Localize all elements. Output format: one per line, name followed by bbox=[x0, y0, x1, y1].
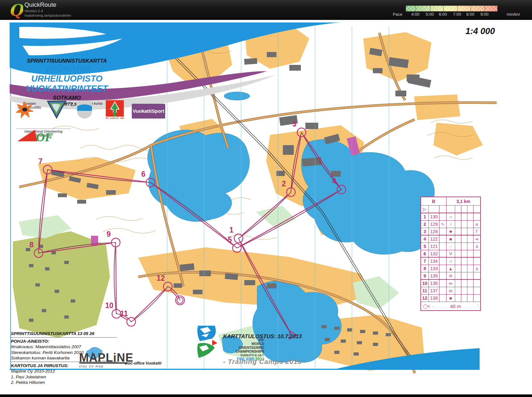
control-number: 5 bbox=[228, 235, 232, 244]
pace-tick-label: 4:00 bbox=[411, 12, 419, 17]
cd-n-cell: 12 bbox=[421, 295, 429, 302]
credits-l8: 1. Pasi Jokelainen bbox=[11, 374, 117, 380]
finish-distance: 40 m bbox=[435, 304, 475, 309]
cd-c-cell bbox=[439, 235, 446, 243]
map-kicker: SPRINTTISUUNNISTUSKARTTA bbox=[12, 58, 122, 64]
map-scale-badge: 1:4 000 bbox=[465, 26, 495, 36]
cd-cell bbox=[455, 206, 461, 213]
cd-g-cell bbox=[467, 213, 473, 221]
woc-l2: WORLD bbox=[216, 342, 264, 346]
control-number: 7 bbox=[39, 157, 43, 165]
jymy-badge-icon bbox=[46, 100, 67, 119]
cd-h-cell bbox=[473, 250, 480, 258]
cd-n-cell: 5 bbox=[421, 243, 429, 250]
cd-n-cell: 8 bbox=[421, 265, 429, 272]
cd-cell bbox=[446, 206, 455, 213]
cd-f-cell bbox=[461, 265, 467, 272]
cd-code-cell: 128 bbox=[429, 228, 439, 235]
control-number: 8 bbox=[30, 241, 34, 249]
cd-control-row: 4122■⋖ bbox=[421, 235, 480, 243]
pace-bar-checker bbox=[406, 6, 497, 11]
cd-c-cell bbox=[439, 265, 446, 272]
cd-g-cell bbox=[467, 250, 473, 258]
cd-control-row: 3128■Г bbox=[421, 228, 480, 235]
cd-cell bbox=[467, 206, 473, 213]
pace-legend-label: Pace bbox=[393, 12, 402, 17]
svg-text:RASTI · KAINUUN · VIIKKO: RASTI · KAINUUN · VIIKKO bbox=[105, 117, 124, 119]
cd-control-row: 6132V bbox=[421, 250, 480, 258]
cd-g-cell bbox=[467, 280, 473, 287]
cd-c-cell bbox=[439, 250, 446, 258]
cd-f-cell bbox=[461, 235, 467, 243]
control-number: 10 bbox=[105, 301, 113, 310]
bottom-frame-bar bbox=[0, 394, 532, 397]
cd-h-cell: ỏ bbox=[473, 243, 480, 250]
cd-f-cell bbox=[461, 272, 467, 280]
cd-c-cell bbox=[439, 213, 446, 221]
cd-n-cell: 4 bbox=[421, 235, 429, 243]
cd-c-cell bbox=[439, 287, 446, 295]
woc-l3: ORIENTEERING bbox=[216, 346, 264, 349]
cd-e-cell bbox=[455, 287, 461, 295]
cd-d-cell: V bbox=[446, 250, 455, 258]
cd-n-cell: 3 bbox=[421, 228, 429, 235]
pace-tick-label: 7:00 bbox=[453, 12, 461, 17]
pace-tick-label: 6:00 bbox=[439, 12, 447, 17]
cd-finish-row: ◯< · 40 m ' bbox=[421, 302, 480, 310]
app-title: QuickRoute bbox=[24, 1, 56, 8]
cd-h-cell: ȯ bbox=[473, 265, 480, 272]
control-number: 2 bbox=[282, 180, 286, 188]
website-label: www.woc2013.fi bbox=[379, 371, 441, 381]
cd-cell bbox=[429, 206, 439, 213]
cd-g-cell bbox=[467, 221, 473, 228]
cd-code-cell: 130 bbox=[429, 213, 439, 221]
cd-c-cell bbox=[439, 228, 446, 235]
cd-d-cell: ⊖ bbox=[446, 272, 455, 280]
iof-logo-block: OF International Orienteering Federation bbox=[16, 128, 71, 137]
cd-f-cell bbox=[461, 213, 467, 221]
cd-n-cell: 6 bbox=[421, 250, 429, 258]
map-sheet: 123456789101112 1:4 000 SPRINTTISUUNNIST… bbox=[0, 20, 532, 394]
cd-g-cell bbox=[467, 272, 473, 280]
cd-code-cell: 135 bbox=[429, 272, 439, 280]
control-description-table: B 3,1 km ▷1130∩2129↖♤ơ3128■Г4122■⋖5121◌ỏ… bbox=[420, 197, 481, 311]
pace-tick-line bbox=[416, 6, 416, 11]
cd-c-cell bbox=[439, 272, 446, 280]
woc2013-runner-icon bbox=[197, 324, 218, 366]
cd-h-cell bbox=[473, 258, 480, 265]
cd-header-row: B 3,1 km bbox=[421, 197, 480, 206]
cd-c-cell bbox=[439, 243, 446, 250]
cd-h-cell bbox=[473, 280, 480, 287]
cd-d-cell: ◌ bbox=[446, 243, 455, 250]
cd-cell bbox=[439, 206, 446, 213]
cd-h-cell: ơ bbox=[473, 221, 480, 228]
logo-vuokattisport: VuokattiSport ❄ bbox=[132, 104, 167, 119]
pace-tick-line bbox=[430, 6, 430, 11]
cd-d-cell: ∩ bbox=[446, 258, 455, 265]
cd-e-cell bbox=[455, 221, 461, 228]
cd-g-cell bbox=[467, 235, 473, 243]
cd-d-cell: m bbox=[446, 287, 455, 295]
pace-tick-label: 9:00 bbox=[480, 12, 488, 17]
cd-code-cell: 122 bbox=[429, 235, 439, 243]
pace-tick-line bbox=[471, 6, 471, 11]
cd-e-cell bbox=[455, 235, 461, 243]
pace-tick-line bbox=[485, 6, 485, 11]
iof-logo-icon: OF bbox=[16, 128, 64, 143]
cd-c-cell bbox=[439, 295, 446, 302]
map-title-line2: VUOKATINRINTEET bbox=[12, 84, 122, 94]
map-title-line1: VUOKATIN URHEILUOPISTO bbox=[12, 64, 122, 84]
cd-code-cell: 129 bbox=[429, 221, 439, 228]
cd-d-cell: ♤ bbox=[446, 221, 455, 228]
pace-gradient-bar bbox=[406, 5, 498, 12]
control-number: 1 bbox=[230, 226, 234, 234]
cd-e-cell bbox=[455, 228, 461, 235]
credits-basedata-h: POHJA-AINEISTO: bbox=[11, 339, 117, 344]
cd-d-cell: ■ bbox=[446, 228, 455, 235]
cd-n-cell: 2 bbox=[421, 221, 429, 228]
cd-cell bbox=[473, 206, 480, 213]
woc-l4: CHAMPIONSHIPS bbox=[216, 349, 264, 353]
control-number: 11 bbox=[120, 309, 128, 318]
cd-c-cell bbox=[439, 280, 446, 287]
pace-unit-label: min/km bbox=[507, 12, 520, 17]
